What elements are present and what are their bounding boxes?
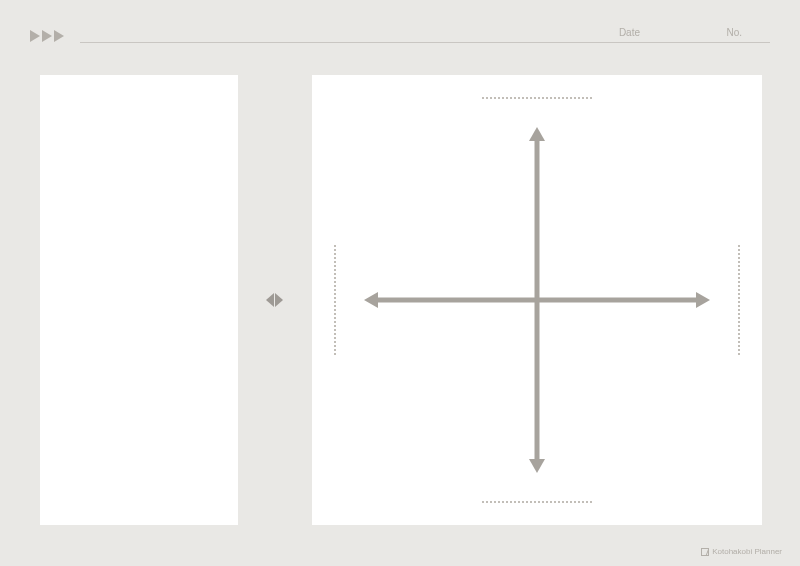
triangle-right-icon — [54, 30, 64, 42]
arrow-down-icon — [529, 459, 545, 473]
brand-mark-icon — [701, 548, 709, 556]
triangle-left-icon — [266, 293, 274, 307]
triangle-right-icon — [275, 293, 283, 307]
date-label: Date — [619, 27, 640, 38]
axis-top-label-line — [482, 97, 592, 99]
triangle-right-icon — [30, 30, 40, 42]
triangle-forward-icon — [30, 30, 64, 42]
axis-bottom-label-line — [482, 501, 592, 503]
quadrant-axes — [364, 127, 710, 473]
page-header: Date No. — [30, 30, 770, 52]
horizontal-axis — [372, 298, 702, 303]
footer-brand: Kotohakobi Planner — [701, 547, 782, 556]
axis-right-label-line — [738, 245, 740, 355]
panel-divider-icon — [263, 292, 285, 308]
axis-left-label-line — [334, 245, 336, 355]
arrow-right-icon — [696, 292, 710, 308]
arrow-up-icon — [529, 127, 545, 141]
quadrant-panel — [312, 75, 762, 525]
number-label: No. — [726, 27, 742, 38]
notes-panel — [40, 75, 238, 525]
triangle-right-icon — [42, 30, 52, 42]
brand-text: Kotohakobi Planner — [712, 547, 782, 556]
header-rule — [80, 42, 770, 43]
arrow-left-icon — [364, 292, 378, 308]
